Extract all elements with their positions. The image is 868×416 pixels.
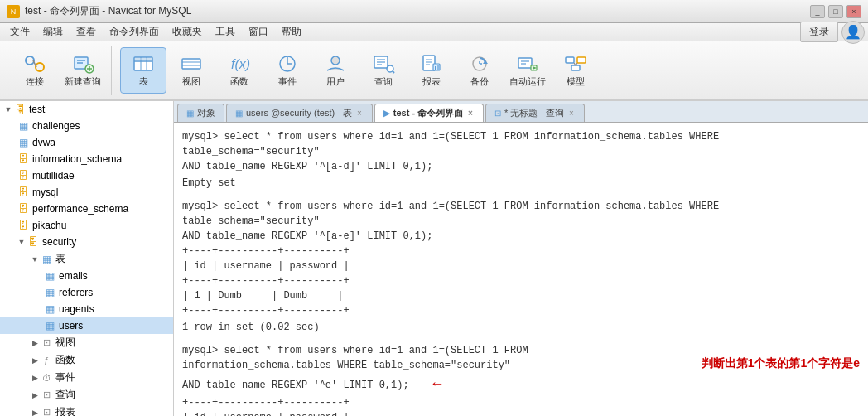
query-button[interactable]: 查询	[360, 47, 407, 94]
event-button[interactable]: 事件	[264, 47, 311, 94]
dvwa-label: dvwa	[32, 137, 55, 148]
sidebar-item-test[interactable]: ▼ 🗄 test	[0, 101, 173, 118]
backup-icon	[468, 54, 491, 74]
svg-rect-41	[518, 58, 532, 68]
sidebar-item-reports-folder[interactable]: ▶ ⊡ 报表	[0, 404, 173, 416]
sidebar-item-mutillidae[interactable]: 🗄 mutillidae	[0, 167, 173, 184]
connect-icon	[23, 54, 46, 74]
toolbar-group-connect: 连接 新建查询	[7, 46, 112, 95]
svg-rect-14	[142, 58, 146, 60]
sidebar-item-uagents[interactable]: ▦ uagents	[0, 301, 173, 317]
tab-users-close[interactable]: ×	[355, 109, 364, 118]
table-button[interactable]: 表	[120, 47, 166, 94]
sidebar-item-information-schema[interactable]: 🗄 information_schema	[0, 151, 173, 167]
terminal-panel[interactable]: mysql> select * from users where id=1 an…	[174, 123, 868, 416]
function-button[interactable]: f(x) 函数	[216, 47, 263, 94]
sidebar-item-views-folder[interactable]: ▶ ⊡ 视图	[0, 334, 173, 351]
minimize-button[interactable]: _	[810, 5, 825, 18]
connect-label: 连接	[26, 75, 44, 88]
user-label: 用户	[326, 75, 345, 88]
title-bar-text: test - 命令列界面 - Navicat for MySQL	[25, 4, 191, 18]
query-block-3: mysql> select * from users where id=1 an…	[182, 343, 860, 416]
sidebar-item-dvwa[interactable]: ▦ dvwa	[0, 134, 173, 151]
svg-point-0	[26, 56, 34, 65]
tab-query-close[interactable]: ×	[567, 109, 576, 118]
reports-folder-label: 报表	[55, 405, 75, 416]
menu-tools[interactable]: 工具	[209, 23, 242, 41]
menu-favorites[interactable]: 收藏夹	[166, 23, 209, 41]
sidebar-item-queries-folder[interactable]: ▶ ⊡ 查询	[0, 386, 173, 404]
table-output-3: +----+----------+----------+ | id | user…	[182, 395, 860, 416]
svg-point-23	[331, 56, 340, 65]
view-icon	[180, 54, 203, 74]
folder-icon-functions: ƒ	[40, 354, 53, 367]
svg-rect-15	[147, 58, 152, 60]
auto-run-button[interactable]: 自动运行	[504, 47, 551, 94]
sidebar-item-functions-folder[interactable]: ▶ ƒ 函数	[0, 351, 173, 369]
expand-arrow-tables: ▼	[30, 255, 40, 264]
table-icon-uagents: ▦	[43, 302, 56, 316]
sql-query-1: mysql> select * from users where id=1 an…	[182, 129, 860, 159]
backup-button[interactable]: 备份	[456, 47, 503, 94]
title-bar-controls[interactable]: _ □ ×	[810, 5, 861, 18]
user-button[interactable]: 用户	[312, 47, 359, 94]
sidebar-item-mysql[interactable]: 🗄 mysql	[0, 184, 173, 201]
folder-icon-queries: ⊡	[40, 389, 53, 402]
auto-run-label: 自动运行	[509, 75, 546, 88]
menu-window[interactable]: 窗口	[242, 23, 275, 41]
query-block-1: mysql> select * from users where id=1 an…	[182, 129, 860, 191]
main-area: ▼ 🗄 test ▦ challenges ▦ dvwa 🗄 informati…	[0, 101, 868, 416]
tab-objects[interactable]: ▦ 对象	[177, 104, 224, 122]
sidebar-item-referers[interactable]: ▦ referers	[0, 284, 173, 301]
new-query-button[interactable]: 新建查询	[60, 47, 106, 94]
tab-cmd[interactable]: ▶ test - 命令列界面 ×	[374, 104, 484, 122]
menu-file[interactable]: 文件	[3, 23, 36, 41]
query-label: 查询	[374, 75, 393, 88]
close-button[interactable]: ×	[846, 5, 861, 18]
expand-arrow-views: ▶	[30, 339, 40, 347]
svg-rect-46	[566, 57, 574, 63]
view-button[interactable]: 视图	[168, 47, 215, 94]
referers-label: referers	[59, 287, 93, 298]
menu-view[interactable]: 查看	[70, 23, 103, 41]
tab-users-label: users @security (test) - 表	[246, 107, 352, 119]
folder-icon-views: ⊡	[40, 336, 53, 350]
challenges-label: challenges	[32, 120, 80, 132]
model-button[interactable]: 模型	[552, 47, 599, 94]
sidebar-item-pikachu[interactable]: 🗄 pikachu	[0, 217, 173, 234]
db-icon-security: 🗄	[27, 235, 40, 249]
tab-query[interactable]: ⊡ * 无标题 - 查询 ×	[485, 104, 585, 122]
sidebar-item-emails[interactable]: ▦ emails	[0, 268, 173, 284]
pikachu-label: pikachu	[32, 220, 66, 231]
table-icon-dvwa: ▦	[17, 136, 30, 149]
expand-arrow-functions: ▶	[30, 356, 40, 365]
connect-button[interactable]: 连接	[12, 47, 58, 94]
sidebar-item-performance-schema[interactable]: 🗄 performance_schema	[0, 201, 173, 217]
svg-line-29	[393, 71, 394, 73]
table-icon-challenges: ▦	[17, 119, 30, 133]
menu-edit[interactable]: 编辑	[36, 23, 70, 41]
db-icon: 🗄	[13, 103, 27, 116]
sidebar-item-security[interactable]: ▼ 🗄 security	[0, 234, 173, 250]
row-count-2: 1 row in set (0.02 sec)	[182, 320, 860, 335]
new-query-label: 新建查询	[65, 75, 101, 88]
login-button[interactable]: 登录	[800, 22, 838, 42]
menu-cmd[interactable]: 命令列界面	[103, 23, 166, 41]
menu-bar: 文件 编辑 查看 命令列界面 收藏夹 工具 窗口 帮助 登录 👤	[0, 23, 868, 41]
tab-objects-icon: ▦	[186, 109, 194, 118]
sql-query-3-cont: AND table_name REGEXP '^e' LIMIT 0,1); ←	[182, 373, 677, 395]
sidebar-item-users[interactable]: ▦ users	[0, 317, 173, 334]
sql-query-2: mysql> select * from users where id=1 an…	[182, 199, 860, 229]
tab-users-table[interactable]: ▦ users @security (test) - 表 ×	[226, 104, 373, 122]
user-avatar[interactable]: 👤	[841, 21, 865, 44]
report-button[interactable]: 报表	[408, 47, 455, 94]
maximize-button[interactable]: □	[828, 5, 843, 18]
tab-cmd-close[interactable]: ×	[466, 109, 475, 118]
sidebar-item-tables-folder[interactable]: ▼ ▦ 表	[0, 250, 173, 268]
sidebar-item-events-folder[interactable]: ▶ ⏱ 事件	[0, 369, 173, 386]
svg-rect-36	[437, 65, 439, 70]
sidebar-item-challenges[interactable]: ▦ challenges	[0, 118, 173, 134]
menu-help[interactable]: 帮助	[275, 23, 308, 41]
functions-folder-label: 函数	[55, 353, 75, 367]
report-label: 报表	[422, 75, 441, 88]
